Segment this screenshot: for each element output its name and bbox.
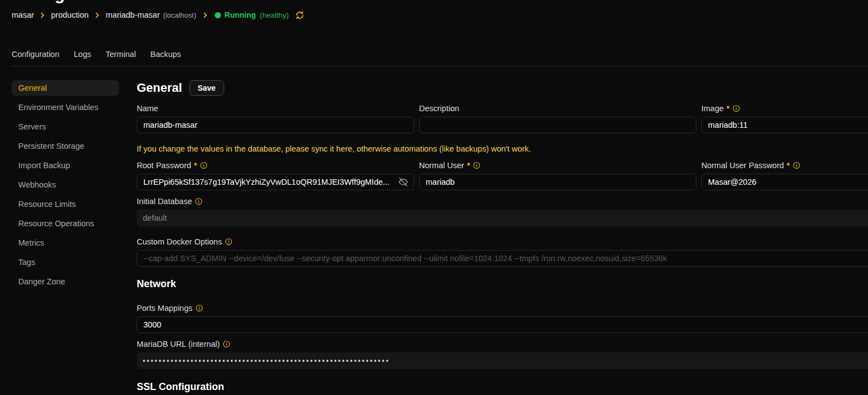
info-icon[interactable] (195, 304, 203, 312)
divider (12, 66, 868, 66)
breadcrumb-resource[interactable]: mariadb-masar (106, 11, 160, 19)
info-icon[interactable] (793, 162, 800, 169)
required-asterisk: * (726, 104, 730, 113)
content: General Environment Variables Servers Pe… (0, 80, 868, 393)
description-label: Description (419, 104, 696, 112)
initial-database-label: Initial Database (137, 197, 868, 205)
breadcrumb-project[interactable]: masar (12, 11, 34, 19)
breadcrumb: masar production mariadb-masar (localhos… (0, 0, 868, 21)
sidebar-item-metrics[interactable]: Metrics (12, 235, 119, 251)
section-heading-network: Network (137, 278, 868, 290)
settings-sidebar: General Environment Variables Servers Pe… (12, 80, 119, 293)
status-indicator: Running (healthy) (215, 11, 289, 19)
sidebar-item-resource-operations[interactable]: Resource Operations (12, 216, 119, 231)
ports-mappings-input[interactable] (137, 316, 868, 333)
mariadb-url-label: MariaDB URL (internal) (137, 340, 868, 348)
chevron-right-icon (94, 12, 101, 19)
normal-user-password-label: Normal User Password * (701, 161, 868, 169)
info-icon[interactable] (200, 162, 208, 169)
info-icon[interactable] (473, 162, 480, 169)
name-label: Name (137, 104, 414, 112)
root-password-label: Root Password * (137, 161, 414, 169)
name-input[interactable] (137, 117, 414, 133)
eye-off-icon[interactable] (397, 176, 409, 188)
image-input[interactable] (701, 117, 868, 133)
root-password-input[interactable] (137, 174, 414, 190)
custom-docker-options-label: Custom Docker Options (137, 237, 868, 246)
required-asterisk: * (787, 161, 790, 170)
section-heading-general: General (137, 81, 182, 95)
chevron-right-icon (39, 12, 46, 19)
breadcrumb-environment[interactable]: production (51, 11, 89, 19)
tab-backups[interactable]: Backups (151, 50, 182, 59)
normal-user-input[interactable] (419, 174, 696, 190)
page-title: Configuration (12, 0, 122, 4)
sidebar-item-danger-zone[interactable]: Danger Zone (12, 274, 119, 289)
breadcrumb-host: (localhost) (163, 11, 197, 19)
custom-docker-options-input[interactable] (137, 250, 868, 267)
green-status-dot (215, 12, 221, 18)
required-asterisk: * (467, 161, 470, 170)
save-button[interactable]: Save (189, 80, 224, 96)
normal-user-label: Normal User * (419, 161, 696, 169)
sidebar-item-persistent-storage[interactable]: Persistent Storage (12, 138, 119, 154)
sidebar-item-resource-limits[interactable]: Resource Limits (12, 196, 119, 212)
status-label: Running (225, 11, 256, 19)
section-heading-ssl: SSL Configuration (137, 381, 868, 393)
breadcrumb-resource-group: mariadb-masar (localhost) (106, 11, 197, 19)
tab-configuration[interactable]: Configuration (12, 50, 59, 59)
info-icon[interactable] (225, 238, 232, 246)
ports-mappings-label: Ports Mappings (137, 304, 868, 312)
sidebar-item-tags[interactable]: Tags (12, 254, 119, 270)
image-label: Image * (701, 104, 868, 112)
info-icon[interactable] (195, 198, 203, 205)
status-health: (healthy) (260, 11, 289, 19)
tab-bar: Configuration Logs Terminal Backups (0, 48, 868, 61)
sidebar-item-import-backup[interactable]: Import Backup (12, 158, 119, 173)
sync-warning-text: If you change the values in the database… (137, 144, 868, 153)
sidebar-item-environment-variables[interactable]: Environment Variables (12, 100, 119, 115)
sidebar-item-servers[interactable]: Servers (12, 119, 119, 134)
general-form: General Save Name Description Image * (137, 80, 868, 393)
info-icon[interactable] (223, 340, 230, 348)
mariadb-url-input[interactable] (137, 352, 868, 369)
sidebar-item-general[interactable]: General (12, 80, 119, 96)
refresh-icon[interactable] (295, 11, 304, 20)
normal-user-password-input[interactable] (701, 174, 868, 190)
tab-terminal[interactable]: Terminal (106, 50, 136, 59)
initial-database-input[interactable] (137, 210, 868, 226)
info-icon[interactable] (732, 105, 740, 112)
required-asterisk: * (194, 161, 197, 170)
tab-logs[interactable]: Logs (74, 50, 91, 59)
description-input[interactable] (419, 117, 696, 133)
chevron-right-icon (202, 12, 209, 19)
sidebar-item-webhooks[interactable]: Webhooks (12, 177, 119, 193)
